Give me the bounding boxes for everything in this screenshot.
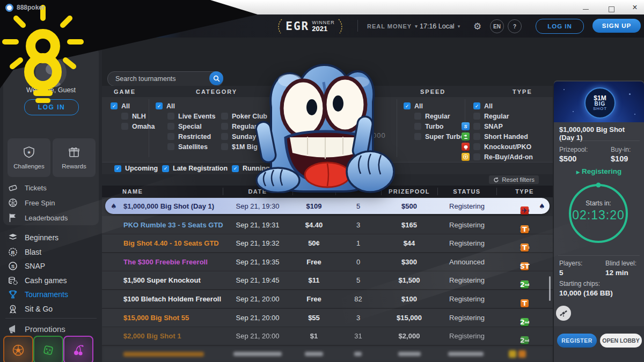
empty-icon-slot [462, 112, 470, 120]
help-button[interactable]: ? [508, 19, 522, 33]
table-row[interactable]: $2,000 Big Shot 1Sep 21, 20:00$131$2,000… [102, 327, 553, 346]
checkbox[interactable] [414, 113, 421, 120]
sidebar-item-label: Cash games [25, 276, 67, 285]
checkbox[interactable] [414, 123, 421, 130]
close-button[interactable]: × [630, 0, 640, 14]
slots-tile[interactable] [63, 336, 93, 362]
table-row[interactable]: Big Shot 4.40 - 10 Seats GTDSep 21, 19:3… [102, 234, 553, 253]
sidebar-item-tickets[interactable]: Tickets [8, 180, 99, 195]
checkbox[interactable] [167, 143, 174, 150]
table-row[interactable]: PKO Rumble 33 - 5 Seats GTDSep 21, 19:31… [102, 216, 553, 235]
checkbox[interactable] [473, 133, 480, 140]
checkbox-checked[interactable] [473, 102, 480, 109]
checkbox-checked[interactable] [162, 165, 169, 172]
tournament-players: 31 [335, 332, 381, 340]
casino-tile[interactable] [33, 336, 63, 362]
sidebar-item-tournaments[interactable]: Tournaments [8, 287, 99, 302]
tournament-buyin: Free [292, 258, 335, 266]
table-scrollbar[interactable] [549, 276, 551, 301]
checkbox[interactable] [167, 133, 174, 140]
sparkle [629, 93, 631, 95]
tournament-date: Sep 21, 20:00 [223, 332, 292, 340]
checkbox[interactable] [221, 143, 228, 150]
header-signup-button[interactable]: SIGN UP [592, 19, 641, 33]
table-row-partial[interactable] [102, 346, 553, 362]
checkbox-checked[interactable] [156, 102, 163, 109]
satellite-button[interactable] [556, 306, 571, 321]
sidebar-item-snap[interactable]: SSNAP [8, 259, 99, 274]
filter-type-short-handed[interactable]: Short Handed [462, 131, 533, 142]
megaphone-icon [8, 323, 18, 334]
filter-game-omaha[interactable]: Omaha [121, 121, 155, 131]
sidebar-item-cash-games[interactable]: Cash games [8, 274, 99, 288]
sidebar-item-sit-go[interactable]: 1Sit & Go [8, 302, 99, 316]
checkbox[interactable] [473, 113, 480, 120]
search-input[interactable] [114, 72, 202, 85]
checkbox[interactable] [121, 123, 128, 130]
filter-category-satellites[interactable]: Satellites [167, 142, 215, 152]
turbo-badge: T [521, 299, 529, 307]
filter-type-snap[interactable]: SSNAP [462, 121, 533, 131]
filter-category-special[interactable]: Special [167, 121, 215, 131]
table-row[interactable]: $15,000 Big Shot 55Sep 21, 20:00$553$15,… [102, 309, 553, 328]
filter-category-all[interactable]: All [156, 101, 175, 111]
tournament-name: Big Shot 4.40 - 10 Seats GTD [123, 239, 223, 247]
checkbox[interactable] [167, 113, 174, 120]
tournament-prizepool: $100 [381, 295, 437, 303]
checkbox[interactable] [473, 123, 480, 130]
money-mode-dropdown[interactable]: REAL MONEY▾ [367, 14, 418, 38]
checkbox[interactable] [221, 113, 228, 120]
filter-game-nlh[interactable]: NLH [121, 111, 155, 121]
language-button[interactable]: EN [490, 19, 504, 33]
filter-game-all[interactable]: All [111, 101, 155, 111]
filter-type-re-buy-add-on[interactable]: Re-Buy/Add-on [462, 152, 533, 162]
sidebar-item-blast[interactable]: BBlast [8, 245, 99, 260]
filter-type-all[interactable]: All [462, 101, 533, 111]
table-row[interactable]: The $300 Freebie FreerollSep 21, 19:35Fr… [102, 253, 553, 272]
filter-category-live-events[interactable]: Live Events [167, 111, 215, 121]
filter-state-late-registration[interactable]: Late Registration [162, 165, 228, 172]
checkbox-checked[interactable] [114, 165, 121, 172]
filter-state-upcoming[interactable]: Upcoming [114, 165, 158, 172]
filter-speed-regular[interactable]: Regular [414, 111, 464, 121]
checkbox[interactable] [473, 143, 480, 150]
sidebar-item-leaderboards[interactable]: Leaderboards [8, 210, 99, 225]
filter-type-regular[interactable]: Regular [462, 111, 533, 121]
checkbox[interactable] [167, 123, 174, 130]
table-row[interactable]: ♠♠$1,000,000 Big Shot (Day 1)Sep 21, 19:… [102, 197, 553, 216]
rewards-card[interactable]: Rewards [53, 138, 96, 177]
sidebar-item-free-spin[interactable]: Free Spin [8, 195, 99, 210]
money-mode-value: REAL MONEY [367, 23, 412, 29]
reset-filters-button[interactable]: Reset filters [489, 175, 539, 184]
checkbox[interactable] [473, 153, 480, 160]
players-label: Players: [559, 260, 582, 267]
clock-dropdown[interactable]: 17:16 Local▾ [420, 14, 460, 38]
checkbox-checked[interactable] [111, 102, 118, 109]
tournament-buyin: $11 [292, 276, 335, 284]
filter-label: All [166, 102, 175, 110]
filter-category-restricted[interactable]: Restricted [167, 131, 215, 142]
filter-speed-super-turbo[interactable]: Super Turbo [414, 131, 464, 142]
header-login-button[interactable]: LOG IN [536, 19, 584, 34]
search-button[interactable] [209, 71, 223, 85]
sidebar-item-promotions[interactable]: Promotions [8, 321, 99, 336]
sport-tile[interactable] [3, 336, 33, 362]
checkbox[interactable] [221, 123, 228, 130]
table-row[interactable]: $100 Blefach Holdem FreerollSep 21, 20:0… [102, 290, 553, 309]
shield-star-icon: ★ [23, 146, 35, 159]
minimize-button[interactable] [583, 5, 592, 10]
filter-label: All [121, 102, 130, 110]
tournament-prizepool: $1,500 [381, 276, 437, 284]
filter-type-knockout-pko[interactable]: Knockout/PKO [462, 142, 533, 152]
table-row[interactable]: $1,500 Super KnockoutSep 21, 19:45$115$1… [102, 271, 553, 290]
checkbox[interactable] [221, 133, 228, 140]
checkbox[interactable] [414, 133, 421, 140]
challenges-card[interactable]: ★ Challenges [8, 138, 50, 177]
checkbox[interactable] [121, 113, 128, 120]
maximize-button[interactable] [606, 2, 616, 12]
filter-speed-turbo[interactable]: Turbo [414, 121, 464, 131]
sidebar-item-beginners[interactable]: Beginners [8, 231, 99, 245]
register-button[interactable]: REGISTER [557, 334, 597, 348]
open-lobby-button[interactable]: OPEN LOBBY [600, 334, 642, 348]
settings-gear-icon[interactable]: ⚙ [473, 14, 481, 38]
